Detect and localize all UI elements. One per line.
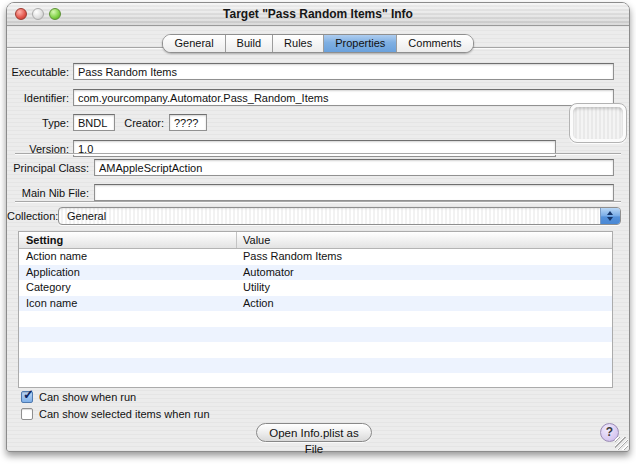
checkbox-icon[interactable]: ✓ — [21, 408, 33, 420]
tab-general[interactable]: General — [163, 35, 225, 52]
table-row[interactable]: Icon name Action — [19, 296, 612, 312]
table-row-empty — [19, 342, 612, 358]
collection-popup-value: General — [67, 210, 106, 222]
setting-cell: Action name — [19, 249, 237, 265]
type-label: Type: — [7, 117, 69, 129]
popup-stepper-icon — [600, 208, 620, 224]
resize-grip-icon[interactable] — [615, 437, 628, 450]
collection-popup[interactable]: General — [58, 207, 621, 225]
value-cell: Action — [237, 296, 612, 312]
section-divider — [15, 153, 621, 154]
column-header-value[interactable]: Value — [237, 232, 612, 248]
icon-well[interactable] — [569, 103, 627, 143]
setting-cell: Icon name — [19, 296, 237, 312]
table-row-empty — [19, 358, 612, 374]
table-row[interactable]: Application Automator — [19, 265, 612, 281]
value-cell: Automator — [237, 265, 612, 281]
tab-rules[interactable]: Rules — [273, 35, 324, 52]
can-show-when-run-checkbox[interactable]: ✓ Can show when run — [21, 391, 136, 403]
table-row-empty — [19, 327, 612, 343]
table-row-empty — [19, 373, 612, 388]
setting-cell: Category — [19, 280, 237, 296]
executable-label: Executable: — [7, 66, 69, 78]
chevron-down-icon — [607, 217, 613, 221]
executable-field[interactable] — [73, 63, 614, 80]
main-nib-file-field[interactable] — [94, 184, 614, 201]
principal-class-label: Principal Class: — [7, 162, 89, 174]
setting-cell: Application — [19, 265, 237, 281]
titlebar[interactable]: Target "Pass Random Items" Info — [7, 3, 629, 26]
tab-comments[interactable]: Comments — [397, 35, 472, 52]
identifier-field[interactable] — [73, 89, 614, 106]
principal-class-field[interactable] — [94, 159, 614, 176]
tab-build[interactable]: Build — [226, 35, 273, 52]
table-header[interactable]: Setting Value — [19, 232, 612, 249]
tab-capsule: General Build Rules Properties Comments — [162, 34, 473, 53]
checkmark-icon: ✓ — [23, 387, 34, 402]
creator-field[interactable] — [169, 114, 207, 131]
main-nib-file-label: Main Nib File: — [7, 187, 89, 199]
chevron-up-icon — [607, 211, 613, 215]
properties-table: Setting Value Action name Pass Random It… — [18, 231, 613, 388]
column-header-setting[interactable]: Setting — [19, 232, 237, 248]
open-info-plist-button[interactable]: Open Info.plist as File — [256, 423, 372, 442]
collection-label: Collection: — [7, 210, 54, 222]
creator-label: Creator: — [107, 117, 164, 129]
tab-properties[interactable]: Properties — [324, 35, 397, 52]
icon-well-inner — [573, 107, 623, 139]
window-title: Target "Pass Random Items" Info — [7, 7, 629, 21]
identifier-label: Identifier: — [7, 92, 69, 104]
tab-bar: General Build Rules Properties Comments — [7, 34, 629, 53]
table-row[interactable]: Category Utility — [19, 280, 612, 296]
can-show-selected-items-checkbox[interactable]: ✓ Can show selected items when run — [21, 408, 210, 420]
value-cell: Pass Random Items — [237, 249, 612, 265]
checkbox-label: Can show selected items when run — [39, 408, 210, 420]
value-cell: Utility — [237, 280, 612, 296]
table-row[interactable]: Action name Pass Random Items — [19, 249, 612, 265]
checkbox-label: Can show when run — [39, 391, 136, 403]
section-divider — [15, 201, 621, 202]
version-field[interactable] — [73, 140, 556, 157]
checkbox-icon[interactable]: ✓ — [21, 391, 33, 403]
target-info-window: Target "Pass Random Items" Info General … — [6, 2, 630, 452]
table-row-empty — [19, 311, 612, 327]
